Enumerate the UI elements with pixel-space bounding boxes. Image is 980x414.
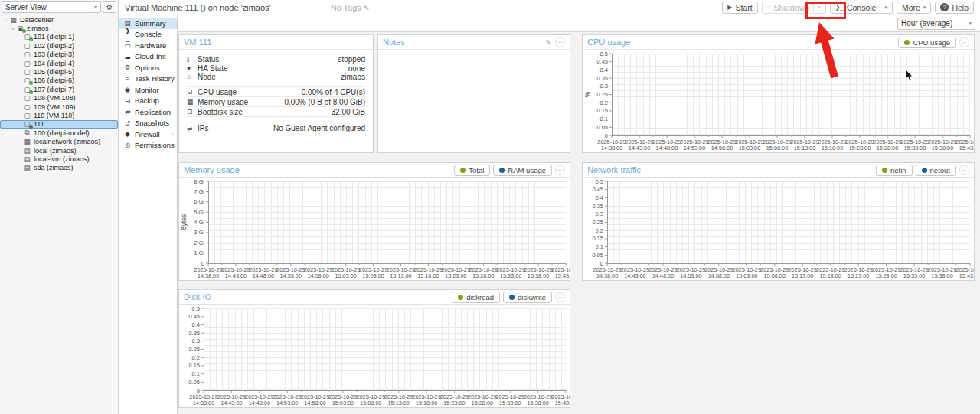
tree-item-110-vm-110[interactable]: ▢110 (VM 110) <box>0 111 118 119</box>
tree-item-label: 106 (dietpi-6) <box>34 77 74 84</box>
edit-notes-icon[interactable]: ✎ <box>546 38 552 47</box>
terminal-icon: ❯_ <box>835 4 844 11</box>
info-icon: ℹ <box>187 56 198 64</box>
tab-firewall[interactable]: ◆Firewall› <box>119 129 177 140</box>
vm-icon: ▢▸ <box>23 77 31 84</box>
legend-netin[interactable]: netin <box>876 165 913 176</box>
tab-label: Cloud-Init <box>135 52 166 60</box>
shutdown-button[interactable]: ○ Shutdown ▾ <box>762 2 826 14</box>
svg-text:0.15: 0.15 <box>596 107 608 114</box>
tree-item-localnetwork-zimaos[interactable]: ▦localnetwork (zimaos) <box>0 137 118 145</box>
view-mode-select[interactable]: Server View ▾ <box>2 1 101 13</box>
svg-text:0.25: 0.25 <box>592 219 603 226</box>
svg-text:15:38:00: 15:38:00 <box>527 399 548 406</box>
cpu-usage-panel-header: CPU usage CPU usage– <box>583 35 974 50</box>
legend-label: diskwrite <box>518 293 546 302</box>
tree-item-107-dietpi-7[interactable]: ▢▸107 (dietpi-7) <box>0 85 118 93</box>
resource-tree: ⌄▦Datacenter⌄▣✓zimaos▢▸101 (dietpi-1)▢10… <box>0 14 118 414</box>
tree-item-label: 110 (VM 110) <box>34 112 74 119</box>
legend-ram-usage[interactable]: RAM usage <box>493 165 552 176</box>
vm-icon: ▢ <box>23 42 31 50</box>
notes-body[interactable] <box>378 50 570 152</box>
tab-snapshots[interactable]: ↺Snapshots <box>119 118 177 129</box>
help-button[interactable]: ? Help <box>935 2 974 14</box>
tab-permissions[interactable]: ⊙Permissions <box>119 140 177 152</box>
memory-usage-panel-header: Memory usage TotalRAM usage– <box>179 163 570 178</box>
collapse-icon[interactable]: – <box>959 37 969 47</box>
svg-text:15:18:00: 15:18:00 <box>822 145 843 152</box>
tree-settings-button[interactable]: ⚙ <box>103 1 116 13</box>
time-range-select[interactable]: Hour (average) ▾ <box>897 18 975 30</box>
status-label: IPs <box>198 124 208 132</box>
collapse-icon[interactable]: – <box>555 292 565 302</box>
svg-text:0.15: 0.15 <box>188 362 200 369</box>
tree-item-local-zimaos[interactable]: ▤local (zimaos) <box>0 146 118 155</box>
svg-text:0.35: 0.35 <box>596 75 608 82</box>
vm-icon: ▢ <box>23 60 31 67</box>
collapse-icon[interactable]: – <box>555 37 565 47</box>
hardware-icon: ▭ <box>123 41 132 49</box>
collapse-icon[interactable]: – <box>555 165 565 175</box>
console-button[interactable]: ❯_ Console ▾ <box>830 2 893 14</box>
legend-cpu-usage[interactable]: CPU usage <box>898 37 956 48</box>
svg-text:0.35: 0.35 <box>188 330 200 337</box>
more-button[interactable]: More ▾ <box>897 2 931 14</box>
chevron-down-icon: ▾ <box>884 5 887 11</box>
storage-icon: ▤ <box>23 147 31 155</box>
svg-text:14:38:00: 14:38:00 <box>193 399 214 406</box>
summary-toolbar: Hour (average) ▾ <box>178 15 980 32</box>
cpu-icon: ⊡ <box>187 88 198 96</box>
tree-item-sda-zimaos[interactable]: ▤sda (zimaos) <box>0 164 118 172</box>
tags-control[interactable]: No Tags ✎ <box>331 3 370 12</box>
legend-diskread[interactable]: diskread <box>452 292 500 303</box>
tree-item-109-vm-109[interactable]: ▢109 (VM 109) <box>0 103 118 111</box>
notes-panel: Notes ✎ – <box>377 34 570 153</box>
tab-monitor[interactable]: ◉Monitor <box>119 84 177 96</box>
vm-icon: ▢▸ <box>23 33 31 41</box>
tree-item-label: 101 (dietpi-1) <box>34 33 74 41</box>
panel-title: Disk IO <box>184 292 211 302</box>
tree-item-datacenter[interactable]: ⌄▦Datacenter <box>0 15 118 24</box>
template-icon: ⧉ <box>23 129 31 137</box>
tree-item-local-lvm-zimaos[interactable]: ▤local-lvm (zimaos) <box>0 155 118 163</box>
tab-console[interactable]: ❯_Console <box>119 29 177 41</box>
tree-item-108-vm-108[interactable]: ▢108 (VM 108) <box>0 94 118 103</box>
start-button[interactable]: ▶ Start <box>722 2 757 14</box>
tab-task-history[interactable]: ≡Task History <box>119 73 177 85</box>
tab-backup[interactable]: ⊟Backup <box>119 96 177 107</box>
heart-icon: ♥ <box>187 64 198 72</box>
gear-icon: ⚙ <box>106 3 113 11</box>
tab-options[interactable]: ⚙Options <box>119 62 177 73</box>
vm-icon: ▢▸ <box>23 86 31 93</box>
legend-total[interactable]: Total <box>454 165 490 176</box>
legend-diskwrite[interactable]: diskwrite <box>503 292 552 303</box>
legend-dot-icon <box>458 295 463 300</box>
vm-icon: ▢ <box>23 103 31 111</box>
tree-item-111[interactable]: ▢111 <box>0 120 118 129</box>
help-button-label: Help <box>952 3 969 12</box>
storage-icon: ▤ <box>23 164 31 171</box>
tree-item-100-dietpi-model[interactable]: ⧉100 (dietpi-model) <box>0 129 118 137</box>
status-row-node: ⌂Nodezimaos <box>187 73 365 81</box>
tab-replication[interactable]: ⇄Replication <box>119 106 177 118</box>
tree-item-zimaos[interactable]: ⌄▣✓zimaos <box>0 24 118 32</box>
tree-item-101-dietpi-1[interactable]: ▢▸101 (dietpi-1) <box>0 33 118 41</box>
tree-item-104-dietpi-4[interactable]: ▢104 (dietpi-4) <box>0 59 118 67</box>
taskhistory-icon: ≡ <box>123 75 132 83</box>
tree-item-102-dietpi-2[interactable]: ▢102 (dietpi-2) <box>0 41 118 50</box>
tree-item-label: 109 (VM 109) <box>34 103 76 111</box>
disk-io-chart: 00.050.10.150.20.250.30.350.40.450.52025… <box>179 305 570 407</box>
tree-item-label: 105 (dietpi-5) <box>34 68 74 76</box>
tab-hardware[interactable]: ▭Hardware <box>119 40 177 51</box>
legend-netout[interactable]: netout <box>916 165 956 176</box>
tab-cloud-init[interactable]: ☁Cloud-Init <box>119 51 177 63</box>
tab-label: Replication <box>135 108 171 116</box>
tree-item-103-dietpi-3[interactable]: ▢103 (dietpi-3) <box>0 51 118 59</box>
tree-item-106-dietpi-6[interactable]: ▢▸106 (dietpi-6) <box>0 77 118 85</box>
expander-icon[interactable]: ⌄ <box>3 17 9 23</box>
collapse-icon[interactable]: – <box>959 165 969 175</box>
cloudinit-icon: ☁ <box>123 53 132 60</box>
expander-icon[interactable]: ⌄ <box>10 25 16 31</box>
tree-item-label: 100 (dietpi-model) <box>34 129 90 137</box>
tree-item-105-dietpi-5[interactable]: ▢105 (dietpi-5) <box>0 67 118 76</box>
